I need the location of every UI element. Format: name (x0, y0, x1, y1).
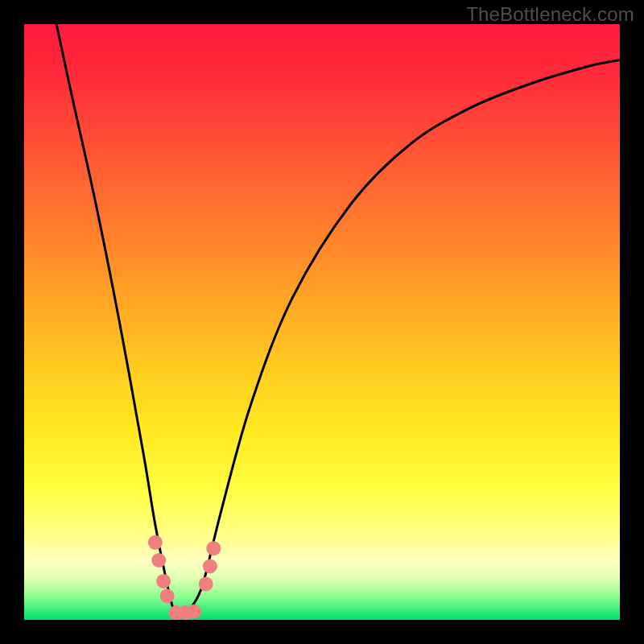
curve-marker (151, 553, 166, 568)
plot-area (24, 24, 620, 620)
curve-marker (160, 588, 175, 603)
bottleneck-curve (54, 12, 620, 614)
curve-marker (199, 577, 213, 592)
curve-marker (148, 535, 163, 550)
curve-markers (148, 535, 221, 620)
curve-marker (206, 541, 221, 555)
curve-marker (203, 559, 217, 573)
curve-marker (187, 605, 201, 619)
chart-frame: TheBottleneck.com (0, 0, 644, 644)
watermark-text: TheBottleneck.com (466, 3, 634, 26)
curve-marker (156, 574, 171, 588)
bottleneck-curve-svg (24, 24, 620, 620)
